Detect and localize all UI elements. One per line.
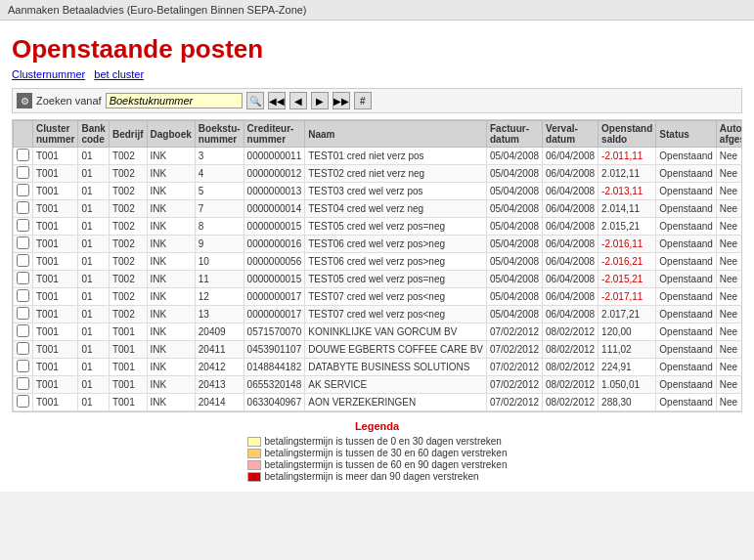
row-checkbox-input[interactable]: [17, 237, 29, 249]
nav-prev-button[interactable]: ◀: [289, 92, 307, 109]
table-cell: 20412: [195, 359, 244, 376]
row-checkbox[interactable]: [14, 218, 33, 236]
table-cell: 01: [78, 341, 109, 359]
row-checkbox[interactable]: [14, 148, 33, 165]
col-automatisch-afgeschreven: Automatischafgeschreven: [716, 121, 742, 148]
row-checkbox-input[interactable]: [17, 324, 29, 337]
row-checkbox[interactable]: [14, 359, 33, 376]
table-cell: 8: [195, 218, 244, 236]
table-cell: 06/04/2008: [543, 218, 599, 236]
table-cell: 06/04/2008: [543, 288, 599, 306]
row-checkbox[interactable]: [14, 253, 33, 271]
table-cell: Openstaand: [656, 306, 717, 323]
table-cell: 01: [78, 271, 109, 288]
table-cell: TEST01 cred niet verz pos: [305, 148, 487, 165]
row-checkbox[interactable]: [14, 236, 33, 253]
row-checkbox-input[interactable]: [17, 219, 29, 232]
row-checkbox[interactable]: [14, 394, 33, 411]
table-cell: Nee: [716, 218, 742, 236]
legend-title: Legenda: [12, 420, 742, 432]
nav-first-button[interactable]: ◀◀: [268, 92, 286, 109]
row-checkbox-input[interactable]: [17, 184, 29, 196]
row-checkbox[interactable]: [14, 376, 33, 394]
table-cell: INK: [147, 394, 195, 411]
row-checkbox-input[interactable]: [17, 377, 29, 390]
row-checkbox[interactable]: [14, 200, 33, 218]
col-openstand-saldo: Openstandsaldo: [599, 121, 656, 148]
table-cell: AON VERZEKERINGEN: [305, 394, 487, 411]
row-checkbox[interactable]: [14, 271, 33, 288]
table-cell: Openstaand: [656, 323, 717, 341]
row-checkbox-input[interactable]: [17, 307, 29, 320]
row-checkbox-input[interactable]: [17, 289, 29, 302]
table-cell: 01: [78, 253, 109, 271]
table-cell: 288,30: [599, 394, 656, 411]
table-cell: TEST07 cred wel verz pos<neg: [305, 288, 487, 306]
table-cell: 12: [195, 288, 244, 306]
col-bedrijf: Bedrijf: [109, 121, 147, 148]
col-verval-datum: Verval-datum: [543, 121, 599, 148]
nav-hash-button[interactable]: #: [354, 92, 372, 109]
row-checkbox-input[interactable]: [17, 272, 29, 284]
table-cell: 01: [78, 218, 109, 236]
table-cell: 9: [195, 236, 244, 253]
table-cell: DATABYTE BUSINESS SOLUTIONS: [305, 359, 487, 376]
table-row: T00101T001INK204120148844182DATABYTE BUS…: [14, 359, 743, 376]
table-row: T00101T002INK90000000016TEST06 cred wel …: [14, 236, 743, 253]
table-cell: 2.017,21: [599, 306, 656, 323]
row-checkbox-input[interactable]: [17, 166, 29, 179]
table-cell: 01: [78, 323, 109, 341]
row-checkbox[interactable]: [14, 341, 33, 359]
col-dagboek: Dagboek: [147, 121, 195, 148]
col-crediteur-nummer: Crediteur-nummer: [244, 121, 305, 148]
row-checkbox-input[interactable]: [17, 342, 29, 355]
row-checkbox-input[interactable]: [17, 395, 29, 408]
table-cell: T002: [109, 200, 147, 218]
row-checkbox[interactable]: [14, 165, 33, 183]
nav-search-icon[interactable]: 🔍: [246, 92, 264, 109]
gear-icon[interactable]: ⚙: [17, 93, 32, 108]
table-cell: T002: [109, 306, 147, 323]
table-cell: TEST05 cred wel verz pos=neg: [305, 218, 487, 236]
table-cell: T001: [33, 236, 78, 253]
row-checkbox[interactable]: [14, 183, 33, 200]
row-checkbox[interactable]: [14, 288, 33, 306]
table-cell: Openstaand: [656, 376, 717, 394]
table-cell: 01: [78, 288, 109, 306]
row-checkbox-input[interactable]: [17, 360, 29, 372]
table-cell: Nee: [716, 376, 742, 394]
row-checkbox-input[interactable]: [17, 201, 29, 214]
table-cell: Nee: [716, 165, 742, 183]
cluster-link[interactable]: bet cluster: [94, 68, 144, 80]
legend-item: betalingstermijn is tussen de 0 en 30 da…: [247, 436, 508, 447]
table-cell: T002: [109, 288, 147, 306]
nav-next-button[interactable]: ▶: [311, 92, 329, 109]
main-table: Clusternummer Bankcode Bedrijf Dagboek B…: [13, 120, 742, 411]
table-cell: 05/04/2008: [486, 236, 542, 253]
col-status: Status: [656, 121, 717, 148]
legend-text: betalingstermijn is tussen de 30 en 60 d…: [265, 448, 508, 458]
table-cell: 08/02/2012: [543, 359, 599, 376]
row-checkbox[interactable]: [14, 306, 33, 323]
col-boekstu-nummer: Boekstu-nummer: [195, 121, 244, 148]
table-cell: 0000000012: [244, 165, 305, 183]
table-cell: 4: [195, 165, 244, 183]
table-cell: TEST04 cred wel verz neg: [305, 200, 487, 218]
search-input[interactable]: [106, 93, 243, 108]
table-cell: 0000000015: [244, 218, 305, 236]
table-cell: 06/04/2008: [543, 148, 599, 165]
table-cell: 1.050,01: [599, 376, 656, 394]
legend-item: betalingstermijn is tussen de 60 en 90 d…: [247, 459, 508, 470]
table-cell: 2.014,11: [599, 200, 656, 218]
table-cell: TEST06 cred wel verz pos>neg: [305, 253, 487, 271]
table-cell: T001: [33, 253, 78, 271]
row-checkbox-input[interactable]: [17, 254, 29, 267]
table-cell: Openstaand: [656, 218, 717, 236]
row-checkbox[interactable]: [14, 323, 33, 341]
table-cell: Openstaand: [656, 200, 717, 218]
row-checkbox-input[interactable]: [17, 149, 29, 161]
nav-last-button[interactable]: ▶▶: [333, 92, 350, 109]
table-cell: TEST07 cred wel verz pos<neg: [305, 306, 487, 323]
table-cell: Nee: [716, 148, 742, 165]
table-row: T00101T002INK70000000014TEST04 cred wel …: [14, 200, 743, 218]
